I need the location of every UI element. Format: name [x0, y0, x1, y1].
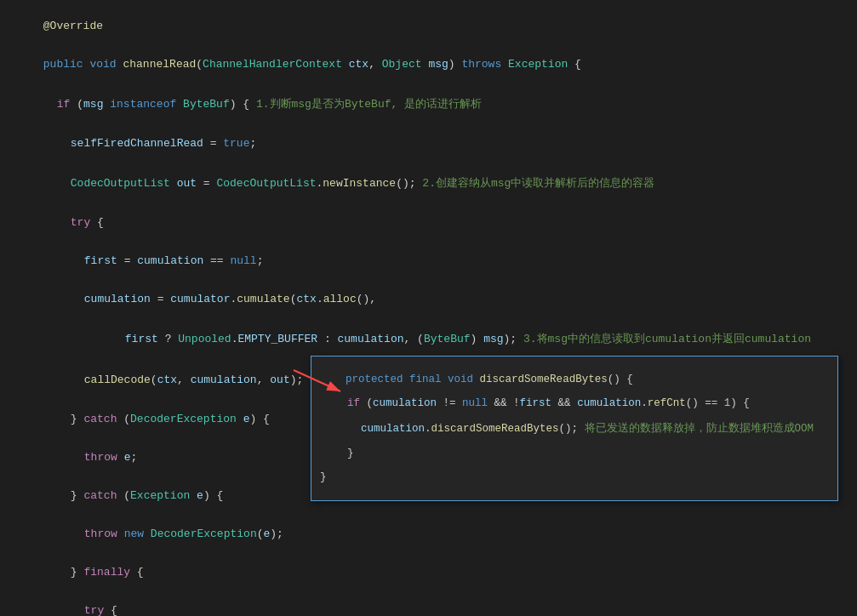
- code-line-3: if (msg instanceof ByteBuf) { 1.判断msg是否为…: [0, 83, 857, 124]
- code-line-7: first = cumulation == null;: [0, 242, 857, 280]
- code-line-16: try {: [0, 591, 857, 616]
- code-line-15: } finally {: [0, 553, 857, 591]
- annotation-override: @Override: [43, 20, 103, 32]
- code-line-5: CodecOutputList out = CodecOutputList.ne…: [0, 163, 857, 203]
- code-line-4: selfFiredChannelRead = true;: [0, 124, 857, 163]
- code-line-6: try {: [0, 203, 857, 242]
- code-line-2: public void channelRead(ChannelHandlerCo…: [0, 45, 857, 83]
- popup-code-box: protected final void discardSomeReadByte…: [311, 356, 838, 501]
- svg-line-1: [294, 370, 340, 391]
- code-line-14: throw new DecoderException(e);: [0, 515, 857, 553]
- code-line-1: @Override: [0, 7, 857, 45]
- code-container: @Override public void channelRead(Channe…: [0, 0, 857, 616]
- code-line-8: cumulation = cumulator.cumulate(ctx.allo…: [0, 280, 857, 318]
- arrow-annotation: [289, 366, 357, 400]
- code-line-9: first ? Unpooled.EMPTY_BUFFER : cumulati…: [0, 318, 857, 359]
